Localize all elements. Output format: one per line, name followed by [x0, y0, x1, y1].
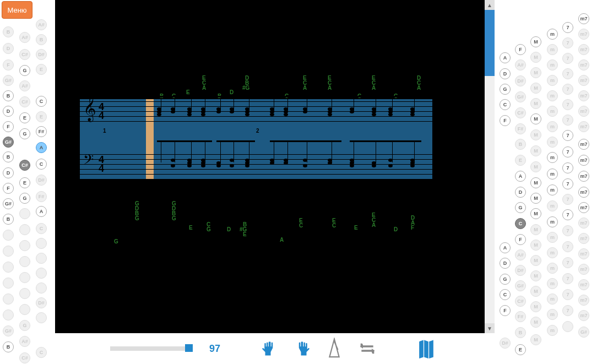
bayan-button[interactable]: 7 [562, 178, 573, 189]
scroll-down-button[interactable]: ▼ [485, 323, 495, 333]
bayan-button[interactable]: m7 [578, 13, 589, 24]
bayan-button[interactable]: F# [36, 191, 47, 202]
bayan-button[interactable]: A# [515, 59, 526, 70]
bayan-button[interactable]: M [530, 98, 541, 109]
bayan-button[interactable]: G# [578, 327, 589, 338]
bayan-button[interactable]: m [547, 75, 558, 86]
bayan-button[interactable]: B [3, 214, 14, 225]
loop-icon[interactable] [358, 342, 377, 355]
bayan-button[interactable]: D# [515, 75, 526, 86]
bayan-button[interactable]: C# [19, 49, 30, 60]
bayan-button[interactable]: B [3, 341, 14, 352]
bayan-button[interactable]: m7 [578, 139, 589, 150]
bayan-button[interactable]: m [547, 325, 558, 336]
bayan-button[interactable]: D [500, 258, 511, 269]
bayan-button[interactable]: M [530, 83, 541, 94]
bayan-button[interactable]: D# [36, 49, 47, 60]
bayan-button[interactable]: M [530, 145, 541, 156]
bayan-button[interactable]: 7 [562, 209, 573, 220]
bayan-button[interactable]: E [36, 64, 47, 75]
score-scrollbar[interactable]: ▲ ▼ [485, 0, 495, 333]
bayan-button[interactable]: C# [19, 160, 30, 171]
bayan-button[interactable]: A# [515, 249, 526, 260]
bayan-button[interactable]: G [19, 320, 30, 331]
bayan-button[interactable]: m [547, 152, 558, 163]
bayan-button[interactable]: m7 [578, 44, 589, 55]
bayan-button[interactable]: M [530, 193, 541, 204]
bayan-button[interactable] [3, 246, 14, 257]
bayan-button[interactable]: M [530, 177, 541, 188]
bayan-button[interactable]: G [500, 274, 511, 285]
bayan-button[interactable]: F [515, 234, 526, 245]
bayan-button[interactable]: 7 [562, 257, 573, 268]
bayan-button[interactable]: B [515, 327, 526, 338]
bayan-button[interactable]: m [547, 59, 558, 70]
bayan-button[interactable]: B [3, 151, 14, 162]
bayan-button[interactable]: m7 [578, 248, 589, 259]
bayan-button[interactable]: C [36, 347, 47, 358]
bayan-button[interactable]: D# [36, 175, 47, 186]
bayan-button[interactable]: D [515, 187, 526, 198]
bayan-button[interactable]: M [530, 67, 541, 78]
bayan-button[interactable]: D [500, 68, 511, 79]
bayan-button[interactable]: D [3, 167, 14, 178]
bayan-button[interactable]: m7 [578, 155, 589, 166]
bayan-button[interactable] [3, 278, 14, 289]
bayan-button[interactable]: m7 [578, 187, 589, 198]
bayan-button[interactable]: m7 [578, 121, 589, 132]
bayan-button[interactable]: D [3, 43, 14, 54]
bayan-button[interactable]: m7 [578, 233, 589, 244]
bayan-button[interactable]: m [547, 137, 558, 148]
bayan-button[interactable]: C# [19, 96, 30, 107]
bayan-button[interactable]: M [530, 113, 541, 124]
bayan-button[interactable]: E [19, 112, 30, 123]
bayan-button[interactable]: 7 [562, 99, 573, 110]
bayan-button[interactable] [19, 272, 30, 283]
bayan-button[interactable]: 7 [562, 68, 573, 79]
bayan-button[interactable]: m7 [578, 310, 589, 321]
bayan-button[interactable]: m [547, 121, 558, 132]
bayan-button[interactable]: D# [36, 297, 47, 308]
bayan-button[interactable]: 7 [562, 225, 573, 236]
right-hand-icon[interactable] [294, 339, 311, 358]
bayan-button[interactable]: m [547, 247, 558, 258]
bayan-button[interactable] [36, 312, 47, 323]
bayan-button[interactable]: G# [3, 325, 14, 336]
bayan-button[interactable]: A# [19, 80, 30, 91]
bayan-button[interactable]: m7 [578, 171, 589, 182]
bayan-button[interactable]: G# [3, 75, 14, 86]
bayan-button[interactable]: m7 [578, 90, 589, 101]
bayan-button[interactable]: A [515, 171, 526, 182]
bayan-button[interactable]: m [547, 90, 558, 101]
bayan-button[interactable]: D [3, 106, 14, 117]
bayan-button[interactable] [3, 230, 14, 241]
bayan-button[interactable]: m [547, 29, 558, 40]
bayan-button[interactable]: m [547, 169, 558, 180]
bayan-button[interactable]: F [3, 59, 14, 70]
bayan-button[interactable]: M [530, 317, 541, 328]
bayan-button[interactable]: 7 [562, 162, 573, 173]
bayan-button[interactable]: 7 [562, 194, 573, 205]
scroll-thumb[interactable] [485, 10, 495, 76]
bayan-button[interactable]: M [530, 161, 541, 172]
bayan-button[interactable] [36, 282, 47, 294]
menu-button[interactable]: Меню [2, 1, 32, 19]
bayan-button[interactable]: G [19, 65, 30, 76]
bayan-button[interactable]: M [530, 129, 541, 140]
tempo-slider-thumb[interactable] [185, 344, 193, 352]
bayan-button[interactable]: F# [515, 123, 526, 134]
bayan-button[interactable]: G [19, 128, 30, 139]
bayan-button[interactable] [19, 240, 30, 251]
bayan-button[interactable]: M [530, 224, 541, 235]
bayan-button[interactable]: F [515, 44, 526, 55]
bayan-button[interactable]: D# [515, 265, 526, 276]
bayan-button[interactable]: E [19, 177, 30, 188]
bayan-button[interactable]: G [515, 202, 526, 213]
bayan-button[interactable]: E [515, 155, 526, 166]
bayan-button[interactable]: F [500, 115, 511, 126]
bayan-button[interactable] [19, 256, 30, 267]
bayan-button[interactable]: M [530, 270, 541, 281]
bayan-button[interactable]: C [36, 159, 47, 170]
bayan-button[interactable]: 7 [562, 241, 573, 252]
bayan-button[interactable]: m [547, 216, 558, 227]
